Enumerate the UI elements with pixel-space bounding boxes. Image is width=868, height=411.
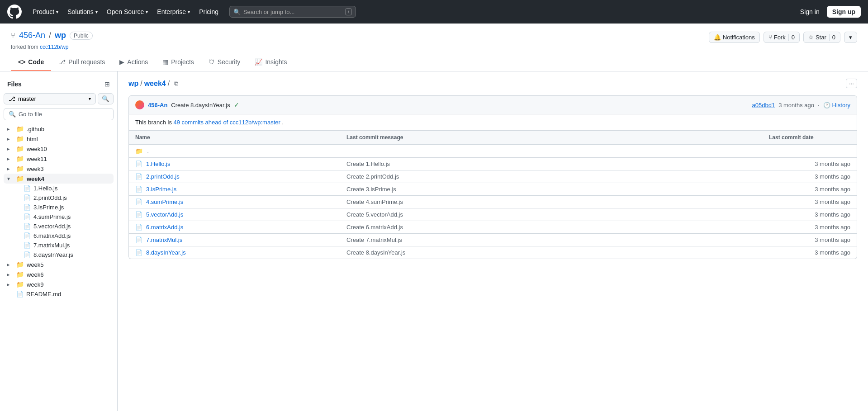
sidebar-folder-week9[interactable]: ▸ 📁 week9	[4, 279, 114, 289]
tab-security[interactable]: 🛡 Security	[201, 54, 248, 71]
goto-file[interactable]: 🔍 Go to file	[4, 108, 114, 120]
signin-link[interactable]: Sign in	[797, 6, 823, 17]
file-name[interactable]: 📄 2.printOdd.js	[135, 173, 346, 180]
commit-message: Create 8.daysInYear.js	[171, 102, 230, 109]
more-options-button[interactable]: ···	[846, 79, 857, 88]
file-commit-msg: Create 4.sumPrime.js	[346, 198, 769, 205]
fork-button[interactable]: ⑂ Fork 0	[764, 32, 800, 43]
pricing-link[interactable]: Pricing	[195, 5, 222, 18]
file-rows-container: 📁 .. 📄 1.Hello.js Create 1.Hello.js 3 mo…	[129, 145, 857, 259]
folder-icon: 📁	[16, 271, 24, 278]
repo-name[interactable]: wp	[55, 31, 66, 40]
tree-item-label: week11	[27, 156, 47, 162]
sidebar-file-6.matrixAdd.js[interactable]: 📄 6.matrixAdd.js	[11, 231, 114, 241]
visibility-badge: Public	[70, 32, 93, 40]
col-name: Name	[135, 134, 346, 141]
sidebar: Files ⊞ ⎇ master ▾ 🔍 🔍 Go to file ▸ 📁 .g…	[0, 71, 118, 411]
sidebar-file-1.Hello.js[interactable]: 📄 1.Hello.js	[11, 184, 114, 193]
file-date: 3 months ago	[769, 186, 850, 193]
fork-source-ref[interactable]: ccc112b/wp:master	[230, 119, 280, 126]
tree-item-label: week10	[27, 146, 47, 152]
sidebar-folder-week6[interactable]: ▸ 📁 week6	[4, 269, 114, 279]
solutions-menu[interactable]: Solutions ▾	[64, 5, 101, 18]
file-name[interactable]: 📄 8.daysInYear.js	[135, 249, 346, 256]
table-row: 📄 8.daysInYear.js Create 8.daysInYear.js…	[129, 246, 857, 259]
file-icon: 📄	[24, 185, 31, 192]
file-date: 3 months ago	[769, 211, 850, 218]
commits-ahead-link[interactable]: 49 commits ahead of	[174, 119, 228, 126]
sidebar-folder-week11[interactable]: ▸ 📁 week11	[4, 154, 114, 164]
search-bar[interactable]: 🔍 Search or jump to... /	[229, 6, 356, 18]
github-logo[interactable]	[7, 5, 22, 19]
sidebar-file-4.sumPrime.js[interactable]: 📄 4.sumPrime.js	[11, 212, 114, 222]
tab-projects[interactable]: ▦ Projects	[155, 54, 201, 71]
file-commit-msg: Create 2.printOdd.js	[346, 173, 769, 180]
repo-title-row: ⑂ 456-An / wp Public 🔔 Notifications ⑂ F…	[11, 31, 857, 44]
sidebar-folder-week5[interactable]: ▸ 📁 week5	[4, 260, 114, 269]
tab-pull-requests[interactable]: ⎇ Pull requests	[51, 54, 112, 71]
copy-path-button[interactable]: ⧉	[171, 79, 181, 88]
enterprise-menu[interactable]: Enterprise ▾	[153, 5, 194, 18]
opensource-menu[interactable]: Open Source ▾	[103, 5, 152, 18]
more-button[interactable]: ▾	[844, 32, 857, 43]
breadcrumb-week4[interactable]: week4	[144, 80, 166, 88]
history-button[interactable]: 🕐 History	[823, 102, 850, 109]
product-menu[interactable]: Product ▾	[29, 5, 62, 18]
sidebar-file-7.matrixMul.js[interactable]: 📄 7.matrixMul.js	[11, 241, 114, 250]
repo-tabs: <> Code ⎇ Pull requests ▶ Actions ▦ Proj…	[11, 54, 857, 71]
file-icon: 📄	[135, 173, 142, 180]
sidebar-expand-button[interactable]: ⊞	[104, 80, 110, 88]
file-search-button[interactable]: 🔍	[98, 93, 114, 104]
expand-icon: ▸	[7, 136, 14, 142]
file-name[interactable]: 📄 4.sumPrime.js	[135, 198, 346, 205]
file-name[interactable]: 📄 7.matrixMul.js	[135, 236, 346, 243]
tab-code[interactable]: <> Code	[11, 54, 51, 71]
fork-icon: ⑂	[768, 34, 772, 41]
sidebar-file-8.daysInYear.js[interactable]: 📄 8.daysInYear.js	[11, 250, 114, 260]
sidebar-header: Files ⊞	[4, 79, 114, 90]
sidebar-folder-week4[interactable]: ▾ 📁 week4	[4, 174, 114, 184]
file-table-header: Name Last commit message Last commit dat…	[129, 131, 857, 145]
tree-item-label: 8.daysInYear.js	[33, 251, 73, 258]
fork-label: Fork	[774, 34, 786, 41]
file-date: 3 months ago	[769, 224, 850, 231]
search-shortcut: /	[345, 8, 352, 15]
tree-item-label: week3	[27, 165, 44, 172]
sidebar-file-2.printOdd.js[interactable]: 📄 2.printOdd.js	[11, 193, 114, 203]
commit-hash[interactable]: a05dbd1	[752, 102, 775, 109]
sidebar-file-README.md[interactable]: 📄 README.md	[4, 289, 114, 299]
tab-actions[interactable]: ▶ Actions	[112, 54, 155, 71]
sidebar-folder-html[interactable]: ▸ 📁 html	[4, 134, 114, 144]
star-button[interactable]: ☆ Star 0	[803, 32, 840, 43]
file-name[interactable]: 📄 5.vectorAdd.js	[135, 211, 346, 218]
signup-button[interactable]: Sign up	[827, 6, 861, 18]
file-name[interactable]: 📄 6.matrixAdd.js	[135, 224, 346, 231]
branch-dropdown[interactable]: ⎇ master ▾	[4, 93, 96, 104]
repo-header: ⑂ 456-An / wp Public 🔔 Notifications ⑂ F…	[0, 24, 868, 71]
sidebar-folder-week10[interactable]: ▸ 📁 week10	[4, 144, 114, 154]
tree-item-label: week6	[27, 271, 44, 278]
expand-icon: ▸	[7, 156, 14, 162]
sidebar-file-5.vectorAdd.js[interactable]: 📄 5.vectorAdd.js	[11, 222, 114, 231]
file-icon: 📄	[24, 242, 31, 249]
pr-icon: ⎇	[58, 58, 66, 66]
file-name[interactable]: 📁 ..	[135, 147, 346, 155]
expand-icon: ▸	[7, 262, 14, 268]
tree-item-label: 4.sumPrime.js	[33, 213, 71, 220]
sidebar-folder-.github[interactable]: ▸ 📁 .github	[4, 124, 114, 134]
sidebar-file-3.isPrime.js[interactable]: 📄 3.isPrime.js	[11, 203, 114, 212]
repo-owner[interactable]: 456-An	[19, 31, 45, 40]
chevron-down-icon: ▾	[56, 9, 58, 14]
repo-title: ⑂ 456-An / wp Public	[11, 31, 93, 40]
fork-source-link[interactable]: ccc112b/wp	[40, 44, 68, 50]
notifications-button[interactable]: 🔔 Notifications	[709, 32, 760, 43]
commit-author[interactable]: 456-An	[148, 102, 167, 109]
file-icon: 📄	[135, 211, 142, 218]
commit-right: a05dbd1 3 months ago · 🕐 History	[752, 102, 850, 109]
file-name[interactable]: 📄 3.isPrime.js	[135, 186, 346, 193]
file-name[interactable]: 📄 1.Hello.js	[135, 161, 346, 167]
breadcrumb-repo[interactable]: wp	[128, 80, 138, 88]
tab-insights[interactable]: 📈 Insights	[247, 54, 294, 71]
sidebar-folder-week3[interactable]: ▸ 📁 week3	[4, 164, 114, 174]
repo-fork-info: forked from ccc112b/wp	[11, 44, 857, 50]
